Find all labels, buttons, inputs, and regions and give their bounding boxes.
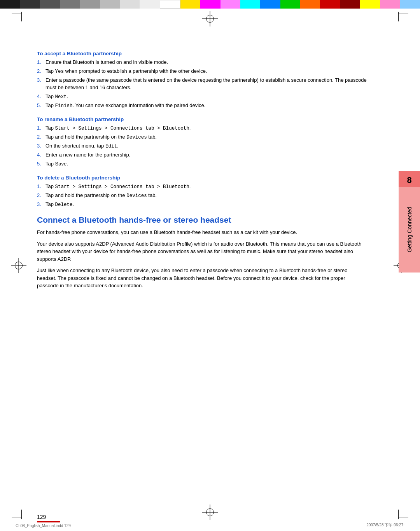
crop-mark-tl-v — [21, 12, 22, 21]
crop-mark-bl-v — [21, 510, 22, 519]
color-seg-4 — [60, 0, 80, 9]
chapter-number-text: 8 — [407, 175, 411, 185]
list-item: 1. Tap Start > Settings > Connections ta… — [37, 183, 368, 190]
color-seg-bright-yellow — [360, 0, 380, 9]
list-item: 3. Enter a passcode (the same passcode t… — [37, 77, 368, 91]
footer-file-info: Ch08_English_Manual.indd 129 — [16, 524, 71, 528]
crop-mark-bl-h — [12, 517, 21, 517]
color-seg-dark-red — [340, 0, 360, 9]
color-seg-2 — [20, 0, 40, 9]
color-seg-1 — [0, 0, 20, 9]
chapter-number-tab: 8 — [399, 171, 420, 189]
color-seg-pink — [380, 0, 400, 9]
color-seg-light-magenta — [220, 0, 240, 9]
list-item: 3. Tap Delete. — [37, 201, 368, 208]
list-item: 1. Ensure that Bluetooth is turned on an… — [37, 59, 368, 66]
page: 8 Getting Connected To accept a Bluetoot… — [0, 0, 420, 531]
crosshair-top — [202, 11, 218, 26]
footer-date-info: 2007/5/28 下午 06:27: — [366, 522, 404, 528]
list-item: 2. Tap and hold the partnership on the D… — [37, 134, 368, 141]
color-seg-green — [280, 0, 300, 9]
list-item: 2. Tap and hold the partnership on the D… — [37, 192, 368, 199]
list-item: 5. Tap Save. — [37, 160, 368, 168]
color-seg-orange — [300, 0, 320, 9]
content-area: To accept a Bluetooth partnership 1. Ens… — [37, 51, 368, 500]
section-accept-list: 1. Ensure that Bluetooth is turned on an… — [37, 59, 368, 109]
color-seg-cyan — [240, 0, 260, 9]
color-seg-yellow — [180, 0, 200, 9]
color-seg-red — [320, 0, 340, 9]
color-seg-magenta — [200, 0, 220, 9]
color-seg-3 — [40, 0, 60, 9]
crosshair-bottom — [202, 505, 218, 520]
color-seg-8 — [140, 0, 159, 9]
list-item: 5. Tap Finish. You can now exchange info… — [37, 102, 368, 109]
section-rename-list: 1. Tap Start > Settings > Connections ta… — [37, 125, 368, 168]
section-accept-heading: To accept a Bluetooth partnership — [37, 51, 368, 56]
color-seg-blue — [260, 0, 280, 9]
color-seg-light-blue — [400, 0, 420, 9]
color-calibration-bar — [0, 0, 420, 9]
chapter-label-tab: Getting Connected — [399, 187, 420, 273]
list-item: 2. Tap Yes when prompted to establish a … — [37, 68, 368, 75]
section-rename-heading: To rename a Bluetooth partnership — [37, 116, 368, 122]
list-item: 1. Tap Start > Settings > Connections ta… — [37, 125, 368, 132]
section-delete-list: 1. Tap Start > Settings > Connections ta… — [37, 183, 368, 208]
crop-mark-br-v — [398, 510, 399, 519]
section-delete-heading: To delete a Bluetooth partnership — [37, 175, 368, 181]
chapter-label-text: Getting Connected — [406, 207, 413, 253]
list-item: 4. Tap Next. — [37, 93, 368, 100]
crop-mark-br-h — [399, 517, 408, 517]
color-seg-6 — [100, 0, 120, 9]
main-paragraph-2: Your device also supports A2DP (Advanced… — [37, 240, 368, 263]
page-number: 129 — [37, 514, 46, 520]
color-seg-7 — [120, 0, 140, 9]
list-item: 3. On the shortcut menu, tap Edit. — [37, 142, 368, 150]
main-paragraph-3: Just like when connecting to any Bluetoo… — [37, 267, 368, 290]
section-accept: To accept a Bluetooth partnership 1. Ens… — [37, 51, 368, 109]
list-item: 4. Enter a new name for the partnership. — [37, 151, 368, 159]
main-section-heading: Connect a Bluetooth hands-free or stereo… — [37, 215, 368, 225]
color-seg-white — [160, 0, 180, 9]
color-seg-5 — [80, 0, 100, 9]
section-delete: To delete a Bluetooth partnership 1. Tap… — [37, 175, 368, 208]
crop-mark-tr-h — [399, 14, 408, 14]
crosshair-left — [11, 258, 26, 273]
crop-mark-tr-v — [398, 12, 399, 21]
crop-mark-tl-h — [12, 14, 21, 14]
main-paragraph-1: For hands-free phone conversations, you … — [37, 229, 368, 236]
page-number-line — [37, 521, 60, 522]
section-rename: To rename a Bluetooth partnership 1. Tap… — [37, 116, 368, 168]
